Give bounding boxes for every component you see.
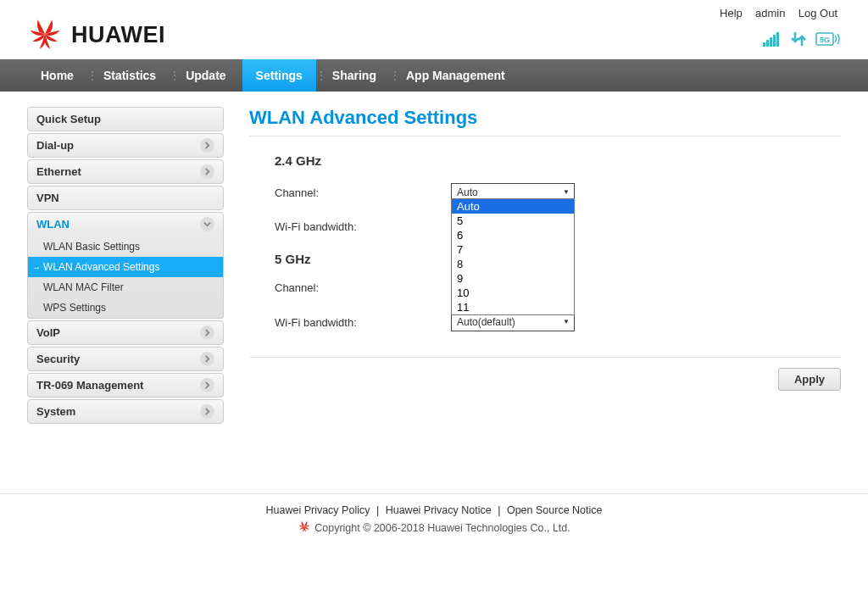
subitem-wps-settings[interactable]: WPS Settings xyxy=(28,298,223,318)
current-user[interactable]: admin xyxy=(755,7,785,19)
network-5g-icon: 5G xyxy=(815,31,841,49)
logout-link[interactable]: Log Out xyxy=(798,7,837,19)
help-link[interactable]: Help xyxy=(720,7,743,19)
label-bandwidth-24: Wi-Fi bandwidth: xyxy=(275,220,451,233)
top-bar: Help admin Log Out xyxy=(0,0,868,59)
section-title-24ghz: 2.4 GHz xyxy=(275,153,841,168)
nav-sharing[interactable]: Sharing xyxy=(319,59,390,92)
account-links: Help admin Log Out xyxy=(716,7,841,19)
nav-settings[interactable]: Settings xyxy=(242,59,316,92)
dropdown-option[interactable]: 10 xyxy=(452,286,574,300)
nav-app-management[interactable]: App Management xyxy=(392,59,519,92)
svg-rect-1 xyxy=(766,40,769,47)
svg-text:5G: 5G xyxy=(820,36,830,44)
data-transfer-icon xyxy=(790,31,807,49)
wlan-submenu: WLAN Basic Settings WLAN Advanced Settin… xyxy=(27,234,224,319)
subitem-wlan-mac-filter[interactable]: WLAN MAC Filter xyxy=(28,277,223,298)
main-nav: Home Statistics Update Settings Sharing … xyxy=(0,59,868,92)
huawei-flower-icon xyxy=(27,16,63,54)
sidebar-item-vpn[interactable]: VPN xyxy=(27,186,224,210)
chevron-right-icon xyxy=(200,352,214,366)
huawei-flower-icon xyxy=(298,520,311,536)
sidebar-item-dial-up[interactable]: Dial-up xyxy=(27,133,224,158)
nav-statistics[interactable]: Statistics xyxy=(90,59,170,92)
dropdown-option[interactable]: 5 xyxy=(452,214,574,228)
signal-strength-icon xyxy=(763,31,782,49)
chevron-right-icon xyxy=(200,325,214,340)
label-channel-24: Channel: xyxy=(275,186,451,199)
svg-rect-3 xyxy=(773,35,776,47)
page-footer: Huawei Privacy Policy | Huawei Privacy N… xyxy=(0,493,868,570)
chevron-right-icon xyxy=(200,164,214,179)
sidebar-item-security[interactable]: Security xyxy=(27,347,224,371)
sidebar-item-label: WLAN xyxy=(36,218,70,231)
sidebar-item-tr069[interactable]: TR-069 Management xyxy=(27,373,224,398)
channel-24-dropdown[interactable]: Auto 5 6 7 8 9 10 11 xyxy=(451,198,575,315)
sidebar-item-label: TR-069 Management xyxy=(36,379,143,392)
chevron-right-icon xyxy=(200,378,214,392)
chevron-right-icon xyxy=(200,404,214,419)
sidebar-item-voip[interactable]: VoIP xyxy=(27,320,224,345)
footer-link-open-source[interactable]: Open Source Notice xyxy=(507,504,603,516)
settings-sidebar: Quick Setup Dial-up Ethernet VPN xyxy=(27,107,224,425)
footer-separator: | xyxy=(498,504,500,516)
nav-home[interactable]: Home xyxy=(27,59,87,92)
sidebar-item-label: System xyxy=(36,405,75,418)
chevron-down-icon xyxy=(200,217,214,231)
footer-link-privacy-notice[interactable]: Huawei Privacy Notice xyxy=(386,504,492,516)
chevron-right-icon xyxy=(200,138,214,153)
copyright-text: Copyright © 2006-2018 Huawei Technologie… xyxy=(314,522,570,534)
dropdown-option[interactable]: Auto xyxy=(452,199,574,214)
footer-link-privacy-policy[interactable]: Huawei Privacy Policy xyxy=(265,504,370,516)
sidebar-item-quick-setup[interactable]: Quick Setup xyxy=(27,107,224,131)
section-divider xyxy=(249,357,841,358)
dropdown-option[interactable]: 11 xyxy=(452,300,574,314)
subitem-wlan-basic[interactable]: WLAN Basic Settings xyxy=(28,236,223,257)
sidebar-item-system[interactable]: System xyxy=(27,399,224,424)
dropdown-option[interactable]: 7 xyxy=(452,242,574,257)
sidebar-item-ethernet[interactable]: Ethernet xyxy=(27,159,224,184)
sidebar-item-label: VoIP xyxy=(36,326,60,339)
sidebar-item-label: Quick Setup xyxy=(36,113,101,125)
status-icons: 5G xyxy=(763,31,841,49)
nav-update[interactable]: Update xyxy=(172,59,239,92)
apply-button[interactable]: Apply xyxy=(778,368,841,391)
footer-separator: | xyxy=(376,504,379,516)
sidebar-item-wlan[interactable]: WLAN xyxy=(27,212,224,236)
select-bandwidth-5[interactable]: Auto(default) xyxy=(451,313,575,331)
label-bandwidth-5: Wi-Fi bandwidth: xyxy=(275,316,451,329)
sidebar-item-label: VPN xyxy=(36,192,59,204)
brand-text: HUAWEI xyxy=(71,22,165,48)
content-pane: WLAN Advanced Settings 2.4 GHz Channel: … xyxy=(249,107,841,425)
sidebar-item-label: Security xyxy=(36,353,80,365)
sidebar-item-label: Dial-up xyxy=(36,139,74,152)
dropdown-option[interactable]: 8 xyxy=(452,257,574,271)
subitem-wlan-advanced[interactable]: WLAN Advanced Settings xyxy=(28,257,223,277)
label-channel-5: Channel: xyxy=(275,281,451,294)
svg-rect-4 xyxy=(776,32,779,47)
sidebar-item-label: Ethernet xyxy=(36,165,81,178)
svg-rect-0 xyxy=(763,42,765,47)
page-title: WLAN Advanced Settings xyxy=(249,107,841,136)
dropdown-option[interactable]: 9 xyxy=(452,271,574,286)
dropdown-option[interactable]: 6 xyxy=(452,228,574,242)
svg-rect-2 xyxy=(770,37,772,47)
